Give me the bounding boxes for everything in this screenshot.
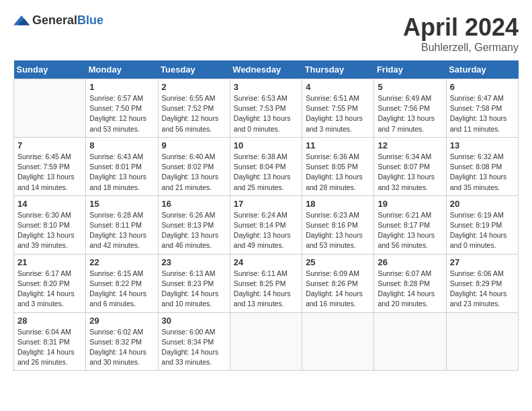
- day-info: Sunrise: 6:32 AMSunset: 8:08 PMDaylight:…: [450, 152, 515, 193]
- calendar-cell: 30Sunrise: 6:00 AMSunset: 8:34 PMDayligh…: [158, 312, 230, 371]
- calendar-cell: 3Sunrise: 6:53 AMSunset: 7:53 PMDaylight…: [230, 79, 302, 138]
- day-info: Sunrise: 6:15 AMSunset: 8:22 PMDaylight:…: [89, 269, 154, 310]
- day-info: Sunrise: 6:13 AMSunset: 8:23 PMDaylight:…: [162, 269, 226, 310]
- calendar-cell: 24Sunrise: 6:11 AMSunset: 8:25 PMDayligh…: [230, 254, 302, 312]
- day-number: 10: [234, 140, 298, 150]
- day-info: Sunrise: 6:47 AMSunset: 7:58 PMDaylight:…: [450, 93, 515, 134]
- calendar-week-row: 28Sunrise: 6:04 AMSunset: 8:31 PMDayligh…: [14, 312, 519, 371]
- day-info: Sunrise: 6:43 AMSunset: 8:01 PMDaylight:…: [89, 152, 154, 193]
- day-number: 6: [450, 82, 515, 92]
- calendar-cell: 25Sunrise: 6:09 AMSunset: 8:26 PMDayligh…: [302, 254, 374, 312]
- calendar-cell: 21Sunrise: 6:17 AMSunset: 8:20 PMDayligh…: [14, 254, 86, 312]
- day-info: Sunrise: 6:09 AMSunset: 8:26 PMDaylight:…: [306, 269, 370, 310]
- page-location: Buhlerzell, Germany: [403, 42, 519, 54]
- calendar-cell: 9Sunrise: 6:40 AMSunset: 8:02 PMDaylight…: [158, 137, 230, 195]
- day-number: 17: [234, 199, 298, 209]
- logo-general-text: General: [32, 13, 77, 27]
- day-info: Sunrise: 6:38 AMSunset: 8:04 PMDaylight:…: [234, 152, 298, 193]
- calendar-cell: [446, 312, 518, 371]
- day-info: Sunrise: 6:51 AMSunset: 7:55 PMDaylight:…: [306, 93, 370, 134]
- day-info: Sunrise: 6:02 AMSunset: 8:32 PMDaylight:…: [89, 327, 154, 368]
- day-info: Sunrise: 6:26 AMSunset: 8:13 PMDaylight:…: [162, 210, 226, 251]
- calendar-cell: 5Sunrise: 6:49 AMSunset: 7:56 PMDaylight…: [374, 79, 446, 138]
- calendar-cell: 12Sunrise: 6:34 AMSunset: 8:07 PMDayligh…: [374, 137, 446, 195]
- calendar-cell: [230, 312, 302, 371]
- day-number: 3: [234, 82, 298, 92]
- day-number: 28: [17, 316, 82, 326]
- day-info: Sunrise: 6:28 AMSunset: 8:11 PMDaylight:…: [89, 210, 154, 251]
- day-number: 12: [378, 140, 442, 150]
- calendar-cell: [302, 312, 374, 371]
- column-header-wednesday: Wednesday: [230, 60, 302, 79]
- day-info: Sunrise: 6:04 AMSunset: 8:31 PMDaylight:…: [17, 327, 82, 368]
- calendar-cell: 13Sunrise: 6:32 AMSunset: 8:08 PMDayligh…: [446, 137, 518, 195]
- column-header-friday: Friday: [374, 60, 446, 79]
- day-number: 27: [450, 257, 515, 267]
- day-info: Sunrise: 6:06 AMSunset: 8:29 PMDaylight:…: [450, 269, 515, 310]
- calendar-cell: [374, 312, 446, 371]
- title-area: April 2024 Buhlerzell, Germany: [403, 13, 519, 54]
- day-number: 30: [162, 316, 226, 326]
- day-info: Sunrise: 6:49 AMSunset: 7:56 PMDaylight:…: [378, 93, 442, 134]
- day-info: Sunrise: 6:34 AMSunset: 8:07 PMDaylight:…: [378, 152, 442, 193]
- calendar-cell: 20Sunrise: 6:19 AMSunset: 8:19 PMDayligh…: [446, 195, 518, 254]
- calendar-header-row: SundayMondayTuesdayWednesdayThursdayFrid…: [14, 60, 519, 79]
- calendar-cell: 29Sunrise: 6:02 AMSunset: 8:32 PMDayligh…: [86, 312, 158, 371]
- calendar-cell: 7Sunrise: 6:45 AMSunset: 7:59 PMDaylight…: [14, 137, 86, 195]
- calendar-cell: 1Sunrise: 6:57 AMSunset: 7:50 PMDaylight…: [86, 79, 158, 138]
- calendar-cell: 14Sunrise: 6:30 AMSunset: 8:10 PMDayligh…: [14, 195, 86, 254]
- day-number: 15: [89, 199, 154, 209]
- column-header-tuesday: Tuesday: [158, 60, 230, 79]
- logo: GeneralBlue: [13, 13, 103, 28]
- calendar-cell: 15Sunrise: 6:28 AMSunset: 8:11 PMDayligh…: [86, 195, 158, 254]
- day-number: 11: [306, 140, 370, 150]
- day-number: 2: [162, 82, 226, 92]
- calendar-cell: 4Sunrise: 6:51 AMSunset: 7:55 PMDaylight…: [302, 79, 374, 138]
- day-number: 13: [450, 140, 515, 150]
- logo-icon: [13, 14, 30, 28]
- calendar-cell: 16Sunrise: 6:26 AMSunset: 8:13 PMDayligh…: [158, 195, 230, 254]
- header: GeneralBlue April 2024 Buhlerzell, Germa…: [13, 13, 519, 54]
- day-number: 23: [162, 257, 226, 267]
- column-header-saturday: Saturday: [446, 60, 518, 79]
- calendar-week-row: 14Sunrise: 6:30 AMSunset: 8:10 PMDayligh…: [14, 195, 519, 254]
- day-info: Sunrise: 6:53 AMSunset: 7:53 PMDaylight:…: [234, 93, 298, 134]
- day-info: Sunrise: 6:40 AMSunset: 8:02 PMDaylight:…: [162, 152, 226, 193]
- calendar-cell: 27Sunrise: 6:06 AMSunset: 8:29 PMDayligh…: [446, 254, 518, 312]
- calendar-table: SundayMondayTuesdayWednesdayThursdayFrid…: [13, 60, 519, 371]
- calendar-cell: 8Sunrise: 6:43 AMSunset: 8:01 PMDaylight…: [86, 137, 158, 195]
- calendar-cell: 18Sunrise: 6:23 AMSunset: 8:16 PMDayligh…: [302, 195, 374, 254]
- day-number: 14: [17, 199, 82, 209]
- day-number: 24: [234, 257, 298, 267]
- day-info: Sunrise: 6:36 AMSunset: 8:05 PMDaylight:…: [306, 152, 370, 193]
- day-number: 18: [306, 199, 370, 209]
- day-number: 8: [89, 140, 154, 150]
- logo-blue-text: Blue: [77, 13, 103, 27]
- calendar-cell: 6Sunrise: 6:47 AMSunset: 7:58 PMDaylight…: [446, 79, 518, 138]
- column-header-monday: Monday: [86, 60, 158, 79]
- calendar-cell: 22Sunrise: 6:15 AMSunset: 8:22 PMDayligh…: [86, 254, 158, 312]
- day-number: 19: [378, 199, 442, 209]
- column-header-sunday: Sunday: [14, 60, 86, 79]
- day-info: Sunrise: 6:55 AMSunset: 7:52 PMDaylight:…: [162, 93, 226, 134]
- calendar-cell: 17Sunrise: 6:24 AMSunset: 8:14 PMDayligh…: [230, 195, 302, 254]
- day-info: Sunrise: 6:00 AMSunset: 8:34 PMDaylight:…: [162, 327, 226, 368]
- day-info: Sunrise: 6:30 AMSunset: 8:10 PMDaylight:…: [17, 210, 82, 251]
- day-info: Sunrise: 6:11 AMSunset: 8:25 PMDaylight:…: [234, 269, 298, 310]
- calendar-cell: 28Sunrise: 6:04 AMSunset: 8:31 PMDayligh…: [14, 312, 86, 371]
- day-number: 22: [89, 257, 154, 267]
- day-number: 20: [450, 199, 515, 209]
- day-info: Sunrise: 6:23 AMSunset: 8:16 PMDaylight:…: [306, 210, 370, 251]
- day-info: Sunrise: 6:21 AMSunset: 8:17 PMDaylight:…: [378, 210, 442, 251]
- calendar-week-row: 7Sunrise: 6:45 AMSunset: 7:59 PMDaylight…: [14, 137, 519, 195]
- calendar-cell: 11Sunrise: 6:36 AMSunset: 8:05 PMDayligh…: [302, 137, 374, 195]
- day-info: Sunrise: 6:45 AMSunset: 7:59 PMDaylight:…: [17, 152, 82, 193]
- day-number: 21: [17, 257, 82, 267]
- day-info: Sunrise: 6:57 AMSunset: 7:50 PMDaylight:…: [89, 93, 154, 134]
- calendar-body: 1Sunrise: 6:57 AMSunset: 7:50 PMDaylight…: [14, 79, 519, 371]
- column-header-thursday: Thursday: [302, 60, 374, 79]
- calendar-cell: 19Sunrise: 6:21 AMSunset: 8:17 PMDayligh…: [374, 195, 446, 254]
- day-number: 4: [306, 82, 370, 92]
- day-number: 26: [378, 257, 442, 267]
- calendar-cell: 2Sunrise: 6:55 AMSunset: 7:52 PMDaylight…: [158, 79, 230, 138]
